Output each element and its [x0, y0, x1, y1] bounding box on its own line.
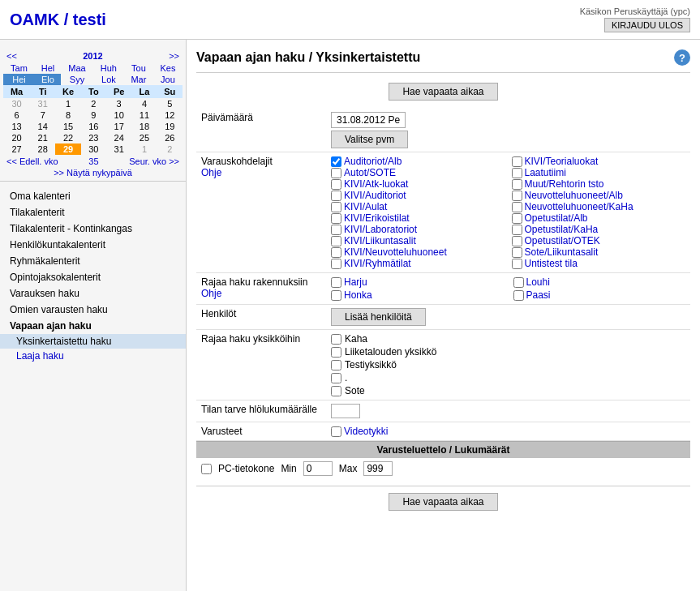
help-icon[interactable]: ? [674, 49, 690, 66]
checkbox-kivi-liikuntasalit[interactable] [331, 236, 341, 246]
checkbox-pc-tietokone[interactable] [201, 464, 212, 474]
cal-month-maa[interactable]: Maa [61, 62, 93, 74]
cal-day[interactable]: 17 [106, 121, 131, 132]
checkbox-kivi-teorialuokat[interactable] [512, 156, 522, 167]
checkbox-liiketalous[interactable] [331, 347, 341, 358]
cal-day[interactable]: 23 [81, 132, 106, 143]
cal-month-huh[interactable]: Huh [93, 62, 124, 74]
logout-button[interactable]: KIRJAUDU ULOS [604, 18, 690, 32]
cal-day[interactable]: 30 [81, 143, 106, 155]
cal-day[interactable]: 7 [30, 109, 55, 121]
cal-month-syy[interactable]: Syy [61, 74, 93, 85]
checkbox-kivi-laboratoriot[interactable] [331, 225, 341, 235]
checkbox-kivi-auditoriot[interactable] [331, 191, 341, 201]
next-week-link[interactable]: Seur. vko >> [129, 156, 179, 166]
cal-day[interactable]: 18 [131, 121, 157, 132]
rooms-ohje-link[interactable]: Ohje [201, 167, 321, 178]
cal-day[interactable]: 28 [30, 143, 55, 155]
cal-month-elo[interactable]: Elo [35, 74, 61, 85]
sidebar-item-tilakalenterit[interactable]: Tilakalenterit [0, 204, 186, 221]
cal-day[interactable]: 21 [30, 132, 55, 143]
cal-day[interactable]: 27 [3, 143, 30, 155]
cal-day[interactable]: 5 [157, 98, 183, 109]
cal-day[interactable]: 2 [157, 143, 183, 155]
cal-day[interactable]: 6 [3, 109, 30, 121]
min-input[interactable] [303, 461, 333, 476]
sidebar-item-henkilokunta[interactable]: Henkilökuntakalenterit [0, 237, 186, 253]
checkbox-louhi[interactable] [513, 277, 524, 288]
cal-day[interactable]: 16 [81, 121, 106, 132]
cal-day[interactable]: 2 [81, 98, 106, 109]
checkbox-opetustilat-otek[interactable] [512, 236, 522, 246]
cal-day[interactable]: 19 [157, 121, 183, 132]
sidebar-item-ryhma[interactable]: Ryhmäkalenterit [0, 253, 186, 269]
cal-day-today[interactable]: 29 [55, 143, 80, 155]
date-picker-button[interactable]: Valitse pvm [331, 131, 408, 148]
today-link[interactable]: >> Näytä nykypäivä [54, 168, 132, 178]
checkbox-kivi-atk[interactable] [331, 179, 341, 190]
checkbox-untistest[interactable] [512, 259, 522, 269]
cal-day[interactable]: 8 [55, 109, 80, 121]
search-top-button[interactable]: Hae vapaata aikaa [389, 83, 497, 101]
checkbox-kivi-neuvottelu[interactable] [331, 247, 341, 258]
checkbox-harju[interactable] [331, 277, 341, 288]
cal-month-tou[interactable]: Tou [124, 62, 153, 74]
sidebar-sub-yksinkertaistettu[interactable]: Yksinkertaistettu haku [0, 334, 186, 349]
checkbox-sote[interactable] [331, 386, 341, 396]
cal-day[interactable]: 10 [106, 109, 131, 121]
checkbox-kivi-erikoistilat[interactable] [331, 213, 341, 224]
cal-month-kes[interactable]: Kes [153, 62, 183, 74]
checkbox-laatutiimi[interactable] [512, 168, 522, 178]
sidebar-item-oma-kalenteri[interactable]: Oma kalenteri [0, 188, 186, 204]
sidebar-item-opinto[interactable]: Opintojaksokalenterit [0, 269, 186, 285]
checkbox-kaha[interactable] [331, 334, 341, 345]
checkbox-muut-rehtorin[interactable] [512, 179, 522, 190]
add-persons-button[interactable]: Lisää henkilöitä [331, 308, 426, 326]
checkbox-auditoriot-alb[interactable] [331, 156, 341, 167]
cal-day[interactable]: 30 [3, 98, 30, 109]
checkbox-autot-sote[interactable] [331, 168, 341, 178]
checkbox-testiyksikko[interactable] [331, 360, 341, 370]
checkbox-opetustilat-alb[interactable] [512, 213, 522, 224]
sidebar-item-varaus-haku[interactable]: Varauksen haku [0, 285, 186, 302]
cal-day[interactable]: 14 [30, 121, 55, 132]
cal-month-hei[interactable]: Hei [3, 74, 35, 85]
cal-day[interactable]: 4 [131, 98, 157, 109]
checkbox-dot[interactable] [331, 373, 341, 383]
cal-month-lok[interactable]: Lok [93, 74, 124, 85]
search-bottom-button[interactable]: Hae vapaata aikaa [389, 493, 497, 511]
cal-day[interactable]: 26 [157, 132, 183, 143]
prev-week-link[interactable]: << Edell. vko [6, 156, 58, 166]
cal-next[interactable]: >> [169, 51, 179, 61]
checkbox-honka[interactable] [331, 290, 341, 301]
sidebar-item-tilakalenterit-kont[interactable]: Tilakalenterit - Kontinkangas [0, 221, 186, 237]
cal-day[interactable]: 15 [55, 121, 80, 132]
sidebar-sub-laaja[interactable]: Laaja haku [0, 349, 186, 363]
cal-day[interactable]: 11 [131, 109, 157, 121]
cal-day[interactable]: 12 [157, 109, 183, 121]
cal-day[interactable]: 1 [55, 98, 80, 109]
checkbox-opetustilat-kaha[interactable] [512, 225, 522, 235]
checkbox-videotykki[interactable] [331, 426, 341, 437]
cal-month-mar[interactable]: Mar [124, 74, 153, 85]
checkbox-neuvottelu-alb[interactable] [512, 191, 522, 201]
sidebar-item-omien-haku[interactable]: Omien varausten haku [0, 302, 186, 318]
checkbox-sote-liikunta[interactable] [512, 247, 522, 258]
cal-day[interactable]: 31 [106, 143, 131, 155]
cal-prev[interactable]: << [6, 51, 17, 61]
max-input[interactable] [363, 461, 393, 476]
capacity-input[interactable] [331, 404, 360, 418]
cal-day[interactable]: 22 [55, 132, 80, 143]
cal-month-tam[interactable]: Tam [3, 62, 35, 74]
checkbox-kivi-aulat[interactable] [331, 202, 341, 212]
cal-day[interactable]: 3 [106, 98, 131, 109]
checkbox-neuvottelu-kaha[interactable] [512, 202, 522, 212]
buildings-ohje-link[interactable]: Ohje [201, 288, 321, 299]
cal-day[interactable]: 1 [131, 143, 157, 155]
cal-day[interactable]: 13 [3, 121, 30, 132]
cal-day[interactable]: 25 [131, 132, 157, 143]
cal-day[interactable]: 20 [3, 132, 30, 143]
cal-day[interactable]: 9 [81, 109, 106, 121]
cal-day[interactable]: 31 [30, 98, 55, 109]
cal-month-jou[interactable]: Jou [153, 74, 183, 85]
